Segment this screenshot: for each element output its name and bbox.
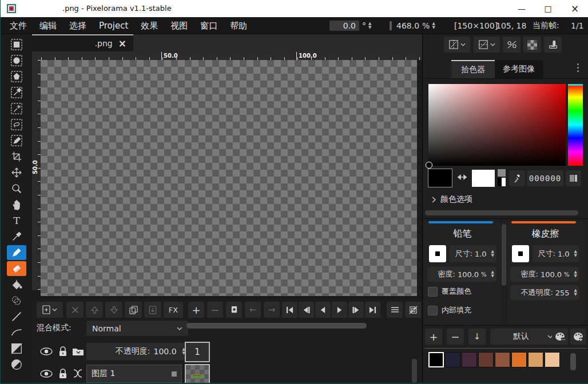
mirror-vertical-button[interactable] (474, 37, 500, 53)
palette-scrollbar[interactable] (570, 353, 576, 370)
palette-swatch-1[interactable] (428, 352, 444, 367)
layer-fx-button[interactable]: FX (164, 302, 183, 318)
zoom-value[interactable]: 468.0 (396, 21, 419, 30)
tool-pencil[interactable] (1, 245, 32, 261)
tool-pan[interactable] (1, 197, 32, 213)
palette-swatch-4[interactable] (478, 352, 494, 367)
sv-cursor[interactable] (426, 162, 432, 169)
move-layer-up-button[interactable] (86, 302, 103, 318)
document-tab[interactable]: .png × (32, 34, 133, 51)
panel-menu-icon[interactable] (577, 63, 579, 72)
eraser-opacity-spinbox[interactable]: 不透明度: 255 ▲▼ (510, 285, 579, 300)
layer1-visibility-icon[interactable] (39, 369, 53, 378)
menu-item-4[interactable]: Project (99, 21, 128, 31)
tool-text[interactable]: T (1, 213, 32, 229)
eraser-brush-button[interactable] (512, 245, 529, 262)
cel-frame1-layer1[interactable] (185, 364, 210, 384)
opacity-spinner[interactable]: ▲▼ (574, 289, 577, 297)
size-spinner[interactable]: ▲▼ (491, 250, 494, 258)
layer1-lock-icon[interactable] (58, 368, 68, 379)
pencil-size-spinbox[interactable]: 尺寸: 1.0 ▲▼ (450, 245, 496, 262)
menu-item-7[interactable]: 窗口 (200, 21, 217, 31)
zoom-spinbox[interactable]: 468.0 % ▲▼ (390, 19, 435, 32)
swap-colors-icon[interactable] (455, 174, 469, 181)
frame-header-1[interactable]: 1 (185, 342, 210, 362)
tool-color-select[interactable] (1, 85, 32, 101)
move-layer-down-button[interactable] (105, 302, 122, 318)
layer-group-header-icon[interactable] (72, 347, 85, 357)
size-spinner[interactable]: ▲▼ (574, 250, 577, 258)
move-frame-right-button[interactable]: → (264, 302, 280, 318)
tab-close-icon[interactable]: × (118, 39, 126, 48)
rotation-spinbox[interactable]: 0.0 ° ▲▼ (329, 19, 371, 32)
pencil-density-spinbox[interactable]: 密度: 100.0 % ▲▼ (427, 267, 496, 282)
screen-color-picker-button[interactable] (509, 170, 525, 186)
add-frame-button[interactable]: + (188, 302, 204, 318)
canvas-transparency-grid[interactable] (41, 60, 417, 296)
dynamics-button[interactable] (544, 37, 562, 53)
tool-eraser[interactable] (1, 261, 32, 277)
tool-shading[interactable] (1, 293, 32, 309)
delete-layer-button[interactable] (66, 302, 84, 318)
layer1-link-cels-icon[interactable] (71, 369, 84, 378)
tool-rectangle-select[interactable] (1, 37, 32, 53)
tool-crop[interactable] (1, 149, 32, 165)
clone-frame-button[interactable] (226, 302, 242, 318)
rotation-value[interactable]: 0.0 (329, 21, 359, 31)
palette-swatch-2[interactable] (445, 352, 460, 367)
eraser-density-spinbox[interactable]: 密度: 100.0 % ▲▼ (510, 267, 579, 282)
tab-reference-images[interactable]: 参考图像 (495, 60, 543, 78)
layer1-resize-handle[interactable] (172, 371, 177, 377)
menu-item-2[interactable]: 编辑 (39, 21, 57, 31)
palette-swatch-8[interactable] (545, 352, 560, 367)
zoom-slider-handle[interactable] (390, 21, 392, 30)
close-button[interactable]: × (561, 0, 588, 17)
previous-frame-button[interactable] (299, 302, 314, 318)
add-palette-color-button[interactable]: + (425, 329, 442, 345)
density-spinner[interactable]: ▲▼ (491, 270, 494, 278)
tool-zoom[interactable] (1, 181, 32, 197)
zoom-spinner[interactable]: ▲▼ (432, 22, 435, 30)
pencil-brush-button[interactable] (429, 245, 446, 262)
left-color-swatch[interactable] (428, 169, 452, 187)
tool-line[interactable] (1, 309, 32, 325)
hue-slider[interactable] (568, 84, 583, 166)
timeline-vertical-scrollbar[interactable] (412, 359, 417, 383)
sort-palette-button[interactable]: ↓ (468, 329, 486, 345)
palette-swatch-3[interactable] (462, 352, 477, 367)
remove-palette-color-button[interactable]: − (447, 329, 464, 345)
tool-options-scrollbar[interactable] (502, 224, 506, 286)
tool-ellipse[interactable] (1, 357, 32, 373)
go-last-frame-button[interactable] (365, 302, 380, 318)
play-backwards-button[interactable] (315, 302, 331, 318)
tool-polygon-select[interactable] (1, 69, 32, 85)
move-frame-left-button[interactable]: ← (245, 302, 261, 318)
palette-select-dropdown[interactable]: 默认 (490, 329, 558, 345)
saturation-value-box[interactable] (428, 84, 566, 166)
maximize-button[interactable]: □ (535, 0, 561, 17)
timeline-settings-button[interactable] (387, 302, 403, 318)
tab-color-picker[interactable]: 拾色器 (451, 60, 495, 78)
new-palette-button[interactable] (570, 329, 586, 345)
merge-down-button[interactable] (144, 302, 161, 318)
color-options-expander[interactable]: 颜色选项 (432, 194, 472, 205)
tool-ellipse-select[interactable] (1, 53, 32, 69)
color-mode-button[interactable] (566, 170, 581, 186)
hue-cursor[interactable] (568, 84, 583, 86)
layer1-name-field[interactable]: 图层 1 (86, 365, 182, 383)
minimize-button[interactable]: — (508, 0, 535, 17)
next-frame-button[interactable] (348, 302, 364, 318)
go-first-frame-button[interactable] (282, 302, 297, 318)
default-colors-widget[interactable] (498, 169, 506, 186)
transparency-background-button[interactable] (523, 37, 541, 53)
clone-layer-button[interactable] (125, 302, 142, 318)
tool-curve[interactable] (1, 325, 32, 341)
rotation-spinner[interactable]: ▲▼ (368, 22, 371, 30)
frame-scrollbar[interactable] (186, 323, 367, 329)
edit-palette-button[interactable] (552, 329, 568, 345)
mirror-horizontal-button[interactable] (444, 37, 470, 53)
tool-lasso-select[interactable] (1, 117, 32, 133)
layer-visibility-header-icon[interactable] (39, 347, 53, 356)
palette-swatch-7[interactable] (528, 352, 543, 367)
palette-swatch-6[interactable] (511, 352, 527, 367)
